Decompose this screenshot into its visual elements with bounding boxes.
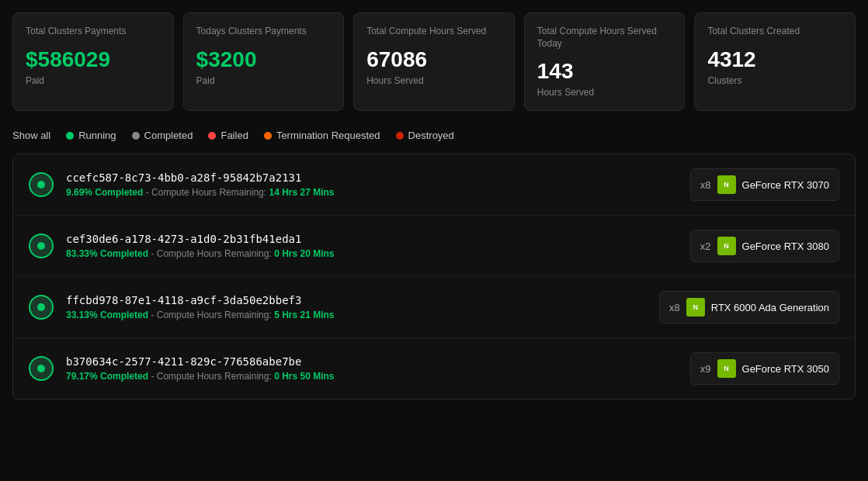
nvidia-icon: N — [717, 359, 736, 378]
cluster-row[interactable]: ccefc587-8c73-4bb0-a28f-95842b7a2131 9.6… — [13, 154, 855, 216]
gpu-badge: x8 N RTX 6000 Ada Generation — [659, 291, 839, 324]
stat-value: 67086 — [366, 47, 502, 72]
gpu-name: GeForce RTX 3080 — [742, 240, 829, 252]
clusters-list: ccefc587-8c73-4bb0-a28f-95842b7a2131 9.6… — [12, 154, 856, 400]
stat-label: Total Compute Hours Served — [366, 26, 502, 38]
show-all-label[interactable]: Show all — [12, 130, 50, 141]
cluster-status: 9.69% Completed - Compute Hours Remainin… — [66, 187, 678, 198]
cluster-detail: - Compute Hours Remaining: 0 Hrs 20 Mins — [148, 248, 334, 259]
cluster-info: ffcbd978-87e1-4118-a9cf-3da50e2bbef3 33.… — [66, 294, 647, 320]
cluster-time: 0 Hrs 50 Mins — [274, 371, 334, 382]
cluster-icon — [29, 295, 54, 320]
completed-dot — [132, 132, 140, 140]
gpu-count: x2 — [700, 240, 711, 252]
cluster-info: ccefc587-8c73-4bb0-a28f-95842b7a2131 9.6… — [66, 171, 678, 198]
nvidia-icon: N — [717, 175, 736, 194]
stat-sublabel: Paid — [196, 75, 332, 86]
cluster-id: ffcbd978-87e1-4118-a9cf-3da50e2bbef3 — [66, 294, 647, 306]
cluster-row[interactable]: b370634c-2577-4211-829c-776586abe7be 79.… — [13, 338, 855, 399]
cluster-icon — [29, 172, 54, 197]
filter-termination[interactable]: Termination Requested — [264, 130, 380, 141]
cluster-status-dot — [37, 181, 45, 189]
stat-sublabel: Paid — [26, 75, 161, 86]
cluster-completion: 79.17% Completed — [66, 371, 148, 382]
stat-sublabel: Hours Served — [537, 87, 672, 98]
stat-card: Total Clusters Created 4312 Clusters — [694, 12, 856, 111]
cluster-icon — [29, 356, 54, 381]
cluster-completion: 33.13% Completed — [66, 310, 148, 320]
stat-value: $3200 — [196, 47, 332, 72]
stat-value: 4312 — [707, 47, 842, 72]
cluster-row[interactable]: cef30de6-a178-4273-a1d0-2b31fb41eda1 83.… — [13, 216, 855, 277]
filter-failed[interactable]: Failed — [208, 130, 248, 141]
nvidia-icon: N — [717, 237, 736, 255]
stat-label: Total Compute Hours Served Today — [537, 26, 672, 50]
cluster-icon — [29, 234, 54, 258]
stat-label: Total Clusters Payments — [26, 26, 161, 38]
gpu-name: GeForce RTX 3070 — [742, 179, 829, 191]
cluster-status: 83.33% Completed - Compute Hours Remaini… — [66, 248, 678, 259]
stats-bar: Total Clusters Payments $586029 Paid Tod… — [0, 0, 868, 123]
stat-card: Total Compute Hours Served Today 143 Hou… — [524, 12, 686, 111]
termination-dot — [264, 132, 272, 140]
gpu-count: x8 — [669, 302, 680, 313]
cluster-id: b370634c-2577-4211-829c-776586abe7be — [66, 355, 678, 368]
cluster-id: ccefc587-8c73-4bb0-a28f-95842b7a2131 — [66, 171, 678, 184]
cluster-info: cef30de6-a178-4273-a1d0-2b31fb41eda1 83.… — [66, 233, 678, 259]
stat-card: Total Clusters Payments $586029 Paid — [12, 12, 174, 111]
destroyed-dot — [396, 132, 404, 140]
gpu-badge: x2 N GeForce RTX 3080 — [690, 230, 839, 262]
running-dot — [66, 132, 74, 140]
cluster-detail: - Compute Hours Remaining: 0 Hrs 50 Mins — [148, 371, 334, 382]
filter-label: Failed — [220, 130, 248, 141]
filter-label: Running — [78, 130, 116, 141]
cluster-time: 0 Hrs 20 Mins — [274, 248, 334, 259]
filter-label: Termination Requested — [276, 130, 380, 141]
cluster-status: 79.17% Completed - Compute Hours Remaini… — [66, 371, 678, 382]
filter-bar: Show all Running Completed Failed Termin… — [0, 123, 868, 154]
stat-sublabel: Clusters — [707, 75, 842, 86]
cluster-time: 14 Hrs 27 Mins — [269, 187, 334, 198]
stat-card: Total Compute Hours Served 67086 Hours S… — [353, 12, 515, 111]
gpu-badge: x8 N GeForce RTX 3070 — [690, 168, 839, 201]
filter-completed[interactable]: Completed — [132, 130, 193, 141]
cluster-status-dot — [37, 303, 45, 311]
stat-value: 143 — [537, 59, 672, 84]
nvidia-icon: N — [686, 298, 705, 317]
gpu-count: x9 — [700, 363, 711, 375]
cluster-detail: - Compute Hours Remaining: 5 Hrs 21 Mins — [148, 310, 334, 320]
cluster-status: 33.13% Completed - Compute Hours Remaini… — [66, 310, 647, 320]
cluster-status-dot — [37, 242, 45, 250]
cluster-time: 5 Hrs 21 Mins — [274, 310, 334, 320]
cluster-row[interactable]: ffcbd978-87e1-4118-a9cf-3da50e2bbef3 33.… — [13, 277, 855, 338]
gpu-count: x8 — [700, 179, 711, 191]
filter-label: Destroyed — [408, 130, 454, 141]
stat-label: Todays Clusters Payments — [196, 26, 332, 38]
failed-dot — [208, 132, 216, 140]
stat-card: Todays Clusters Payments $3200 Paid — [183, 12, 345, 111]
filter-destroyed[interactable]: Destroyed — [396, 130, 454, 141]
cluster-info: b370634c-2577-4211-829c-776586abe7be 79.… — [66, 355, 678, 382]
gpu-name: GeForce RTX 3050 — [742, 363, 829, 375]
gpu-name: RTX 6000 Ada Generation — [711, 302, 829, 313]
gpu-badge: x9 N GeForce RTX 3050 — [690, 352, 839, 385]
cluster-detail: - Compute Hours Remaining: 14 Hrs 27 Min… — [143, 187, 334, 198]
cluster-status-dot — [37, 365, 45, 372]
cluster-id: cef30de6-a178-4273-a1d0-2b31fb41eda1 — [66, 233, 678, 245]
stat-value: $586029 — [26, 47, 161, 72]
cluster-completion: 9.69% Completed — [66, 187, 143, 198]
stat-sublabel: Hours Served — [366, 75, 502, 86]
stat-label: Total Clusters Created — [707, 26, 842, 38]
filter-label: Completed — [144, 130, 193, 141]
filter-running[interactable]: Running — [66, 130, 116, 141]
cluster-completion: 83.33% Completed — [66, 248, 148, 259]
